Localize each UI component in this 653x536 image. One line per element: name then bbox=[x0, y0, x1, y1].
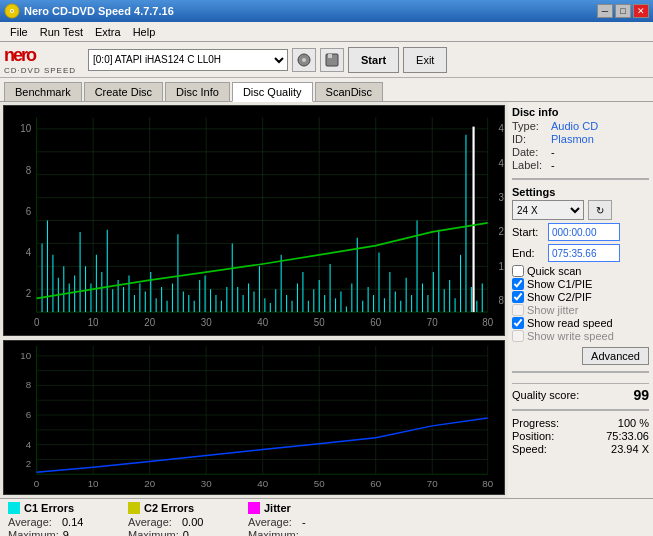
c1-errors-group: C1 Errors Average: 0.14 Maximum: 9 Total… bbox=[8, 502, 108, 536]
save-button[interactable] bbox=[320, 48, 344, 72]
svg-text:40: 40 bbox=[499, 157, 504, 168]
svg-text:80: 80 bbox=[482, 317, 493, 328]
toolbar: nero CD·DVD SPEED [0:0] ATAPI iHAS124 C … bbox=[0, 42, 653, 78]
refresh-button[interactable]: ↻ bbox=[588, 200, 612, 220]
svg-text:10: 10 bbox=[88, 479, 99, 489]
jitter-maximum-label: Maximum: bbox=[248, 529, 299, 536]
svg-text:10: 10 bbox=[88, 317, 99, 328]
jitter-group: Jitter Average: - Maximum: - bbox=[248, 502, 348, 536]
svg-text:8: 8 bbox=[26, 164, 32, 175]
app-title: Nero CD-DVD Speed 4.7.7.16 bbox=[24, 5, 174, 17]
title-bar: Nero CD-DVD Speed 4.7.7.16 ─ □ ✕ bbox=[0, 0, 653, 22]
svg-text:70: 70 bbox=[427, 317, 438, 328]
c1-average-label: Average: bbox=[8, 516, 58, 528]
quality-score-label: Quality score: bbox=[512, 389, 579, 401]
svg-text:50: 50 bbox=[314, 317, 325, 328]
start-button[interactable]: Start bbox=[348, 47, 399, 73]
menu-help[interactable]: Help bbox=[127, 24, 162, 40]
show-c1pie-row: Show C1/PIE bbox=[512, 278, 649, 290]
close-button[interactable]: ✕ bbox=[633, 4, 649, 18]
menu-run-test[interactable]: Run Test bbox=[34, 24, 89, 40]
disc-id-row: ID: Plasmon bbox=[512, 133, 649, 145]
show-c2pif-checkbox[interactable] bbox=[512, 291, 524, 303]
show-read-row: Show read speed bbox=[512, 317, 649, 329]
disc-id-value: Plasmon bbox=[551, 133, 594, 145]
tab-create-disc[interactable]: Create Disc bbox=[84, 82, 163, 101]
show-c2pif-row: Show C2/PIF bbox=[512, 291, 649, 303]
jitter-average-value: - bbox=[302, 516, 306, 528]
svg-text:6: 6 bbox=[26, 410, 31, 420]
end-time-input[interactable]: 075:35.66 bbox=[548, 244, 620, 262]
c2-errors-group: C2 Errors Average: 0.00 Maximum: 0 Total… bbox=[128, 502, 228, 536]
disc-type-label: Type: bbox=[512, 120, 547, 132]
c2-maximum-label: Maximum: bbox=[128, 529, 179, 536]
svg-text:8: 8 bbox=[26, 381, 31, 391]
tab-disc-quality[interactable]: Disc Quality bbox=[232, 82, 313, 102]
quick-scan-checkbox[interactable] bbox=[512, 265, 524, 277]
disc-type-value: Audio CD bbox=[551, 120, 598, 132]
c1-color-box bbox=[8, 502, 20, 514]
tab-scan-disc[interactable]: ScanDisc bbox=[315, 82, 383, 101]
disc-label-row: Label: - bbox=[512, 159, 649, 171]
speed-row-progress: Speed: 23.94 X bbox=[512, 443, 649, 455]
svg-text:2: 2 bbox=[26, 288, 32, 299]
svg-text:70: 70 bbox=[427, 479, 438, 489]
c1-average-row: Average: 0.14 bbox=[8, 516, 108, 528]
tab-disc-info[interactable]: Disc Info bbox=[165, 82, 230, 101]
start-label: Start: bbox=[512, 226, 544, 238]
show-c1pie-label: Show C1/PIE bbox=[527, 278, 592, 290]
minimize-button[interactable]: ─ bbox=[597, 4, 613, 18]
svg-point-4 bbox=[302, 58, 306, 62]
position-row: Position: 75:33.06 bbox=[512, 430, 649, 442]
svg-text:48: 48 bbox=[499, 123, 504, 134]
eject-button[interactable] bbox=[292, 48, 316, 72]
svg-text:0: 0 bbox=[34, 479, 39, 489]
disc-label-value: - bbox=[551, 159, 555, 171]
tab-benchmark[interactable]: Benchmark bbox=[4, 82, 82, 101]
menu-extra[interactable]: Extra bbox=[89, 24, 127, 40]
svg-point-2 bbox=[11, 10, 13, 12]
maximize-button[interactable]: □ bbox=[615, 4, 631, 18]
drive-select[interactable]: [0:0] ATAPI iHAS124 C LL0H bbox=[88, 49, 288, 71]
speed-label: Speed: bbox=[512, 443, 547, 455]
show-c2pif-label: Show C2/PIF bbox=[527, 291, 592, 303]
show-write-checkbox[interactable] bbox=[512, 330, 524, 342]
stats-footer: C1 Errors Average: 0.14 Maximum: 9 Total… bbox=[0, 498, 653, 536]
exit-button[interactable]: Exit bbox=[403, 47, 447, 73]
c2-color-box bbox=[128, 502, 140, 514]
svg-text:10: 10 bbox=[20, 351, 31, 361]
progress-label: Progress: bbox=[512, 417, 559, 429]
jitter-header-label: Jitter bbox=[264, 502, 291, 514]
speed-select[interactable]: 24 X 8 X 16 X 32 X Max bbox=[512, 200, 584, 220]
advanced-button[interactable]: Advanced bbox=[582, 347, 649, 365]
menu-file[interactable]: File bbox=[4, 24, 34, 40]
settings-title: Settings bbox=[512, 186, 649, 198]
chart-top-svg: 10 8 6 4 2 48 40 32 24 16 8 0 10 20 30 4… bbox=[4, 106, 504, 335]
jitter-header: Jitter bbox=[248, 502, 348, 514]
svg-text:0: 0 bbox=[34, 317, 40, 328]
quality-score-value: 99 bbox=[633, 387, 649, 403]
svg-text:16: 16 bbox=[499, 261, 504, 272]
end-time-row: End: 075:35.66 bbox=[512, 244, 649, 262]
svg-text:8: 8 bbox=[499, 295, 504, 306]
c1-maximum-row: Maximum: 9 bbox=[8, 529, 108, 536]
title-bar-left: Nero CD-DVD Speed 4.7.7.16 bbox=[4, 3, 174, 19]
c1-header: C1 Errors bbox=[8, 502, 108, 514]
quick-scan-row: Quick scan bbox=[512, 265, 649, 277]
start-time-row: Start: 000:00.00 bbox=[512, 223, 649, 241]
svg-rect-129 bbox=[4, 341, 504, 494]
svg-text:80: 80 bbox=[482, 479, 493, 489]
position-value: 75:33.06 bbox=[606, 430, 649, 442]
svg-text:30: 30 bbox=[201, 317, 212, 328]
show-read-checkbox[interactable] bbox=[512, 317, 524, 329]
c1-maximum-value: 9 bbox=[63, 529, 69, 536]
speed-value: 23.94 X bbox=[611, 443, 649, 455]
show-c1pie-checkbox[interactable] bbox=[512, 278, 524, 290]
svg-text:40: 40 bbox=[257, 479, 268, 489]
jitter-maximum-row: Maximum: - bbox=[248, 529, 348, 536]
start-time-input[interactable]: 000:00.00 bbox=[548, 223, 620, 241]
svg-text:40: 40 bbox=[257, 317, 268, 328]
disc-date-value: - bbox=[551, 146, 555, 158]
jitter-average-label: Average: bbox=[248, 516, 298, 528]
show-jitter-checkbox[interactable] bbox=[512, 304, 524, 316]
